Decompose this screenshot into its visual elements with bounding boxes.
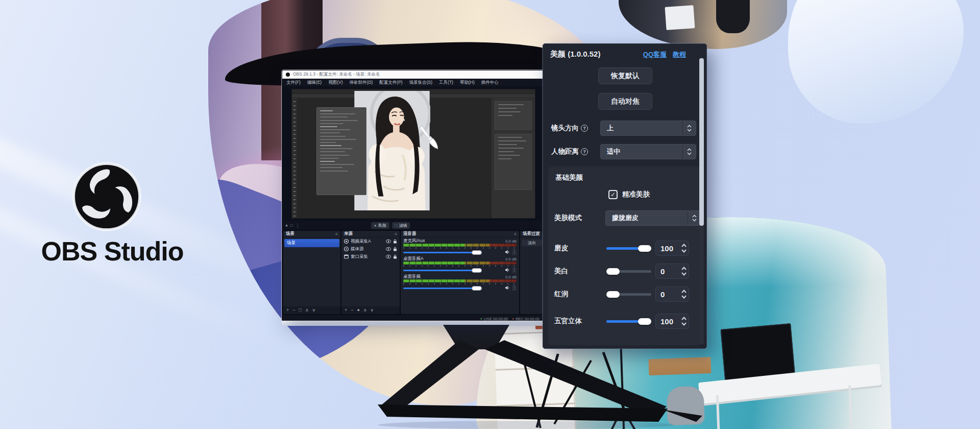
tab-filter[interactable]: □ 滤镜 — [392, 222, 410, 229]
source-row-media[interactable]: 媒体源 — [341, 245, 400, 253]
window-titlebar[interactable]: OBS 29.1.3 - 配置文件: 未命名 - 场景: 未命名 — [282, 70, 544, 79]
precise-skin-row[interactable]: ✓ 精准美肤 — [608, 190, 650, 199]
channel-menu-button[interactable]: ⋮ — [512, 285, 517, 291]
volume-slider[interactable] — [403, 285, 503, 291]
dock-scenes: 场景 ≡ 场景 + − □ ∧ ∨ — [283, 231, 340, 314]
check-icon: ✓ — [610, 191, 616, 198]
ps-toolbar — [292, 98, 297, 218]
menu-edit[interactable]: 编辑(E) — [307, 80, 322, 86]
filter-tab-icon: □ — [395, 223, 398, 228]
spin-arrows-icon[interactable] — [679, 316, 689, 327]
add-source-button[interactable]: + — [345, 308, 347, 313]
visibility-eye-icon[interactable] — [386, 240, 391, 243]
move-down-button[interactable]: ∨ — [371, 308, 374, 313]
panel-scrollbar[interactable] — [699, 57, 704, 344]
hamburger-icon[interactable]: ≡ — [335, 232, 338, 236]
scene-item[interactable]: 场景 — [284, 239, 339, 247]
hamburger-icon[interactable]: ≡ — [514, 232, 517, 236]
slider-thumb[interactable] — [606, 291, 620, 298]
whitening-value-spinbox[interactable]: 0 — [655, 264, 689, 279]
ps-panels — [491, 98, 535, 218]
remove-source-button[interactable]: − — [351, 308, 353, 313]
menu-plugin-center[interactable]: 插件中心 — [481, 80, 499, 86]
auto-focus-button[interactable]: 自动对焦 — [598, 93, 652, 110]
preview-mini-icon[interactable]: ⋮ — [296, 223, 300, 228]
speaker-icon[interactable] — [505, 268, 510, 272]
channel-menu-button[interactable]: ⋮ — [512, 267, 517, 273]
lock-icon[interactable] — [393, 254, 397, 259]
menu-profile[interactable]: 配置文件(P) — [379, 80, 402, 86]
media-source-icon — [344, 247, 349, 251]
menu-scene-collection[interactable]: 场景集合(S) — [409, 80, 432, 86]
obs-preview — [282, 86, 544, 221]
camera-direction-select[interactable]: 上 — [600, 121, 696, 136]
preview-mini-icon[interactable]: ● — [285, 223, 288, 228]
source-row-camera[interactable]: 视频采集A — [341, 237, 400, 245]
face-3d-slider[interactable] — [606, 320, 651, 323]
rec-status: REC 00:00:00 — [516, 317, 540, 321]
transition-select[interactable]: 淡出 — [522, 240, 542, 246]
skin-mode-select[interactable]: 朦胧磨皮 — [605, 210, 701, 226]
mixer-channel: 麦克风/Aux0.0 dB ⋮ — [401, 237, 519, 255]
speaker-icon[interactable] — [505, 250, 510, 254]
mixer-title: 混音器 — [403, 231, 416, 237]
move-down-button[interactable]: ∨ — [312, 308, 316, 313]
slider-thumb[interactable] — [638, 318, 651, 325]
volume-slider[interactable] — [403, 268, 503, 273]
ps-settings-dialog — [316, 107, 366, 195]
menu-file[interactable]: 文件(F) — [286, 80, 301, 86]
spin-arrows-icon[interactable] — [679, 266, 689, 277]
precise-skin-label: 精准美肤 — [622, 190, 650, 199]
restore-default-button[interactable]: 恢复默认 — [598, 67, 652, 84]
smoothing-slider[interactable] — [606, 247, 651, 250]
visibility-eye-icon[interactable] — [386, 247, 391, 251]
hamburger-icon[interactable]: ≡ — [395, 232, 397, 236]
channel-menu-button[interactable]: ⋮ — [512, 249, 517, 255]
slider-thumb[interactable] — [606, 268, 620, 275]
remove-scene-button[interactable]: − — [292, 308, 295, 313]
lock-icon[interactable] — [393, 239, 397, 244]
help-icon[interactable]: ? — [581, 148, 588, 155]
menu-bar: 文件(F) 编辑(E) 视图(V) 停靠部件(D) 配置文件(P) 场景集合(S… — [282, 79, 544, 86]
skin-mode-label: 美肤模式 — [554, 213, 582, 223]
duplicate-scene-button[interactable]: □ — [299, 308, 302, 313]
source-row-window[interactable]: 窗口采集 — [341, 253, 400, 260]
face-3d-slider-row: 五官立体 100 — [554, 314, 692, 329]
slider-thumb[interactable] — [638, 245, 651, 252]
live-status: LIVE 00:00:00 — [484, 317, 508, 321]
face-3d-value-spinbox[interactable]: 100 — [655, 314, 689, 329]
menu-help[interactable]: 帮助(H) — [460, 80, 475, 86]
lock-icon[interactable] — [393, 247, 397, 251]
help-icon[interactable]: ? — [581, 125, 588, 132]
precise-skin-checkbox[interactable]: ✓ — [608, 190, 618, 199]
window-capture-icon — [344, 254, 349, 259]
scrollbar-thumb[interactable] — [699, 58, 704, 226]
rosy-value-spinbox[interactable]: 0 — [655, 287, 689, 302]
move-up-button[interactable]: ∧ — [305, 308, 309, 313]
person-distance-select[interactable]: 适中 — [600, 144, 696, 159]
spin-arrows-icon[interactable] — [679, 243, 689, 254]
qq-support-link[interactable]: QQ客服 — [643, 50, 667, 59]
select-stepper-icon[interactable] — [682, 121, 696, 135]
whitening-slider[interactable] — [606, 270, 651, 273]
menu-view[interactable]: 视图(V) — [328, 80, 342, 86]
visibility-eye-icon[interactable] — [386, 255, 391, 258]
speaker-icon[interactable] — [505, 285, 510, 290]
select-stepper-icon[interactable] — [682, 145, 696, 159]
menu-tools[interactable]: 工具(T) — [439, 80, 453, 86]
beauty-tab-icon: ● — [374, 223, 377, 228]
sources-title: 来源 — [344, 231, 353, 237]
volume-slider[interactable] — [403, 250, 503, 255]
tutorial-link[interactable]: 教程 — [673, 50, 686, 59]
rosy-slider[interactable] — [606, 293, 651, 296]
source-properties-button[interactable]: ● — [357, 308, 360, 313]
preview-mini-icon[interactable]: □ — [290, 223, 293, 228]
smoothing-value-spinbox[interactable]: 100 — [655, 241, 689, 256]
spin-arrows-icon[interactable] — [679, 289, 689, 300]
panel-title: 美颜 (1.0.0.52) — [550, 50, 600, 59]
menu-docks[interactable]: 停靠部件(D) — [350, 80, 373, 86]
photoshop-capture — [291, 89, 535, 219]
tab-beauty[interactable]: ● 美颜 — [371, 222, 389, 229]
add-scene-button[interactable]: + — [286, 308, 289, 313]
move-up-button[interactable]: ∧ — [363, 308, 367, 313]
